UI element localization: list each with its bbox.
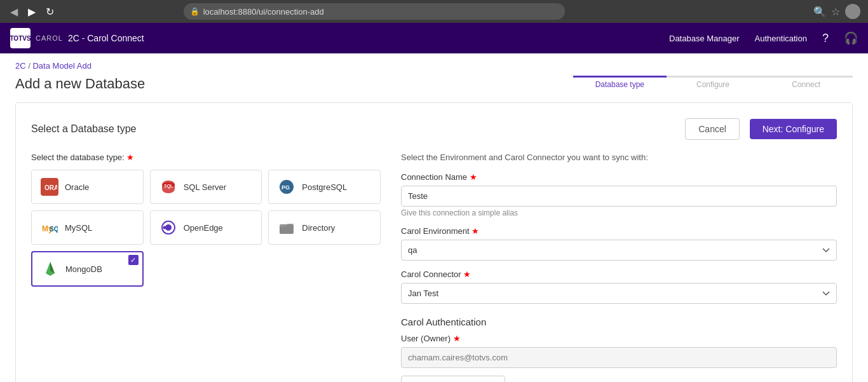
db-card-openedge[interactable]: OpenEdge [150, 210, 262, 245]
breadcrumb-parent[interactable]: Data Model Add [32, 61, 92, 71]
stepper-step-3: Connect [759, 76, 853, 89]
db-card-postgresql[interactable]: PG PostgreSQL [268, 170, 381, 204]
mongodb-label: MongoDB [65, 264, 102, 274]
stepper-label-2: Configure [696, 80, 729, 89]
app-header: TOTVS CAROL 2C - Carol Connect Database … [0, 23, 868, 53]
svg-text:SQL: SQL [50, 226, 58, 233]
carol-auth-heading: Carol Authentication [401, 317, 837, 327]
connection-name-hint: Give this connection a simple alias [401, 208, 837, 217]
carol-environment-label: Carol Environment ★ [401, 226, 837, 236]
stepper-label-1: Database type [595, 80, 644, 89]
required-star: ★ [126, 153, 134, 162]
app-logo: TOTVS CAROL [10, 28, 63, 48]
nav-database-manager[interactable]: Database Manager [669, 34, 740, 43]
page-title: Add a new Database [15, 76, 145, 92]
oracle-icon: ORA [41, 178, 58, 196]
carol-connector-label: Carol Connector ★ [401, 269, 837, 279]
stepper: Database type Configure Connect [573, 76, 853, 89]
card-header: Select a Database type Cancel Next: Conf… [31, 118, 837, 140]
user-avatar[interactable] [845, 4, 860, 19]
lock-icon: 🔒 [190, 7, 200, 16]
carol-environment-required: ★ [471, 226, 479, 236]
svg-text:PG: PG [281, 184, 290, 191]
breadcrumb: 2C / Data Model Add [0, 53, 868, 73]
headphones-icon[interactable]: 🎧 [844, 31, 858, 45]
right-panel: Select the Environment and Carol Connect… [401, 153, 837, 382]
directory-label: Directory [302, 223, 335, 233]
carol-auth-section: Carol Authentication User (Owner) ★ Rese… [401, 317, 837, 382]
sqlserver-icon: SQL [159, 178, 177, 196]
app-title: 2C - Carol Connect [68, 33, 144, 43]
carol-environment-group: Carol Environment ★ qa prod dev [401, 226, 837, 261]
oracle-label: Oracle [65, 182, 89, 192]
nav-authentication[interactable]: Authentication [755, 34, 807, 43]
sqlserver-svg: SQL [160, 179, 177, 195]
card-actions: Cancel Next: Configure [685, 118, 837, 140]
carol-connector-required: ★ [463, 269, 471, 279]
content-grid: Select the database type: ★ ORA Oracle [31, 153, 837, 382]
breadcrumb-home[interactable]: 2C [15, 61, 26, 71]
oracle-svg: ORA [42, 179, 57, 194]
mongodb-icon [41, 260, 59, 278]
carol-connector-select[interactable]: Jan Test Test Connector [401, 283, 837, 304]
db-type-grid: ORA Oracle SQL [31, 170, 381, 287]
directory-icon [278, 219, 295, 236]
mysql-svg: My SQL [41, 219, 58, 236]
db-card-oracle[interactable]: ORA Oracle [31, 170, 144, 204]
mysql-label: MySQL [65, 223, 92, 233]
connection-name-input[interactable] [401, 186, 837, 207]
left-panel: Select the database type: ★ ORA Oracle [31, 153, 381, 382]
stepper-bar-2 [667, 76, 760, 78]
card-title: Select a Database type [31, 123, 136, 135]
db-card-mysql[interactable]: My SQL MySQL [31, 210, 144, 245]
openedge-icon [159, 219, 177, 236]
db-card-sqlserver[interactable]: SQL SQL Server [150, 170, 262, 204]
svg-text:SQL: SQL [164, 184, 173, 189]
refresh-button[interactable]: ↻ [43, 3, 57, 20]
postgresql-label: PostgreSQL [302, 182, 347, 192]
next-configure-button[interactable]: Next: Configure [750, 119, 837, 139]
page-header: Add a new Database Database type Configu… [0, 73, 868, 102]
help-icon[interactable]: ? [822, 32, 829, 45]
forward-button[interactable]: ▶ [25, 3, 38, 20]
stepper-label-3: Connect [792, 80, 820, 89]
url-text: localhost:8880/ui/connection-add [203, 7, 324, 17]
postgresql-icon: PG [278, 178, 295, 196]
svg-text:ORA: ORA [44, 184, 57, 191]
bookmark-icon[interactable]: ☆ [831, 6, 840, 18]
zoom-icon[interactable]: 🔍 [813, 6, 826, 18]
totvs-logo: TOTVS [10, 28, 31, 48]
cancel-button[interactable]: Cancel [685, 118, 740, 140]
directory-svg [278, 219, 295, 236]
connection-name-group: Connection Name ★ Give this connection a… [401, 172, 837, 217]
page-content: 2C / Data Model Add Add a new Database D… [0, 53, 868, 382]
user-owner-label: User (Owner) ★ [401, 334, 837, 343]
reset-connector-token-button[interactable]: Reset connector token [401, 376, 505, 382]
user-owner-input[interactable] [401, 347, 837, 368]
sqlserver-label: SQL Server [184, 182, 226, 192]
openedge-svg [160, 219, 177, 236]
user-owner-required: ★ [453, 334, 461, 343]
carol-logo-text: CAROL [36, 34, 63, 42]
svg-point-10 [163, 226, 166, 229]
carol-environment-select[interactable]: qa prod dev [401, 240, 837, 261]
url-bar[interactable]: 🔒 localhost:8880/ui/connection-add [184, 3, 565, 20]
postgresql-svg: PG [278, 179, 295, 195]
carol-connector-group: Carol Connector ★ Jan Test Test Connecto… [401, 269, 837, 304]
db-card-directory[interactable]: Directory [268, 210, 381, 245]
header-navigation: Database Manager Authentication ? 🎧 [669, 31, 858, 45]
main-card: Select a Database type Cancel Next: Conf… [15, 102, 853, 382]
back-button[interactable]: ◀ [8, 3, 20, 20]
stepper-bar-3 [759, 76, 853, 78]
db-type-section-label: Select the database type: ★ [31, 153, 381, 162]
openedge-label: OpenEdge [184, 223, 223, 233]
browser-actions: 🔍 ☆ [813, 4, 860, 19]
stepper-bar-1 [573, 76, 667, 78]
browser-chrome: ◀ ▶ ↻ 🔒 localhost:8880/ui/connection-add… [0, 0, 868, 23]
db-card-mongodb[interactable]: MongoDB [31, 251, 144, 287]
stepper-step-1: Database type [573, 76, 667, 89]
connection-name-label: Connection Name ★ [401, 172, 837, 182]
right-panel-intro: Select the Environment and Carol Connect… [401, 153, 837, 162]
connection-name-required: ★ [470, 172, 477, 182]
mongodb-svg [42, 261, 58, 277]
